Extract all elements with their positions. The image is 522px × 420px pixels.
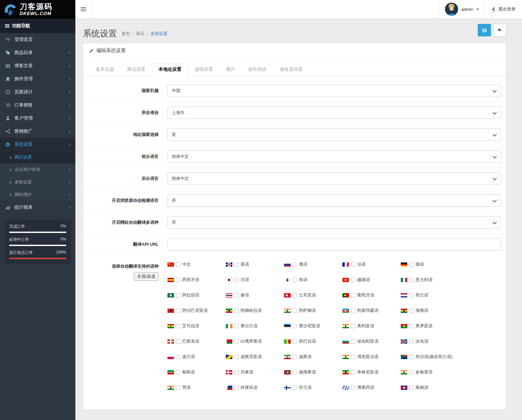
language-checkbox[interactable] <box>176 309 180 313</box>
country-select[interactable]: 中国 <box>167 85 501 97</box>
language-checkbox[interactable] <box>293 386 297 390</box>
selected-value: 简体中文 <box>172 176 189 181</box>
back-button[interactable] <box>493 24 506 36</box>
language-checkbox[interactable] <box>176 386 180 390</box>
language-checkbox[interactable] <box>234 309 239 313</box>
breadcrumb-item[interactable]: 首页 <box>122 31 130 37</box>
save-button[interactable] <box>478 24 491 36</box>
sidebar-item-orders[interactable]: 订单销售› <box>0 99 75 112</box>
language-checkbox[interactable] <box>409 324 414 328</box>
tab-image[interactable]: 图片 <box>220 63 242 76</box>
sidebar-subitem-store-settings[interactable]: »网店设置 <box>0 151 75 163</box>
language-checkbox[interactable] <box>293 324 297 328</box>
tab-localization[interactable]: 本地化设置 <box>152 63 188 76</box>
tab-basic[interactable]: 基本信息 <box>89 63 121 76</box>
language-checkbox[interactable] <box>351 262 355 267</box>
language-checkbox[interactable] <box>234 355 239 359</box>
language-item: 英语 <box>226 261 284 267</box>
language-checkbox[interactable] <box>234 262 239 267</box>
language-item: 巴斯克语 <box>167 338 226 344</box>
province-select[interactable]: 上海市 <box>167 106 501 119</box>
cart-icon <box>5 103 11 108</box>
chevron-right-icon: › <box>68 76 70 82</box>
language-checkbox[interactable] <box>234 278 239 282</box>
language-checkbox[interactable] <box>234 339 239 344</box>
chart-icon <box>5 205 11 210</box>
language-checkbox[interactable] <box>409 386 414 390</box>
sidebar-item-dashboard[interactable]: 管理首页 <box>0 33 75 46</box>
brand-logo[interactable]: 刀客源码 DKEWL.COM <box>0 0 75 19</box>
language-checkbox[interactable] <box>351 370 355 374</box>
sidebar-item-plugins[interactable]: 插件管理› <box>0 72 75 86</box>
language-checkbox[interactable] <box>176 339 180 344</box>
frontend-language-select[interactable]: 简体中文 <box>167 150 501 163</box>
sidebar-subitem-maintenance[interactable]: »网站维护› <box>0 188 75 201</box>
language-checkbox[interactable] <box>293 278 297 282</box>
language-label: 日语 <box>241 277 249 283</box>
desktop-icon <box>5 89 11 95</box>
translate-api-url-input[interactable] <box>167 238 501 251</box>
sidebar-item-system-settings[interactable]: 系统设置› <box>0 138 75 151</box>
browser-detect-language-select[interactable]: 否 <box>167 194 501 207</box>
language-checkbox[interactable] <box>293 370 297 374</box>
sidebar-item-reports[interactable]: 统计报表› <box>0 201 75 214</box>
address-country-select[interactable]: 是 <box>167 128 501 141</box>
sidebar-item-customers[interactable]: 客户管理› <box>0 112 75 125</box>
sidebar-subitem-admin-users[interactable]: »后台用户管理› <box>0 163 75 176</box>
field-control: 中国 <box>167 85 501 97</box>
field-label: 后台语言 <box>83 172 159 185</box>
language-checkbox[interactable] <box>351 355 355 359</box>
language-checkbox[interactable] <box>409 278 414 282</box>
language-checkbox[interactable] <box>234 370 239 374</box>
language-checkbox[interactable] <box>409 293 414 297</box>
tab-server[interactable]: 服务器设置 <box>273 63 309 76</box>
language-checkbox[interactable] <box>409 309 414 313</box>
language-checkbox[interactable] <box>351 309 355 313</box>
language-checkbox[interactable] <box>176 324 180 328</box>
select-all-button[interactable]: 全选/反选 <box>134 272 159 281</box>
language-checkbox[interactable] <box>176 355 180 359</box>
language-checkbox[interactable] <box>293 262 297 267</box>
language-checkbox[interactable] <box>176 293 180 297</box>
logout-button[interactable]: 退出登录 <box>484 0 522 18</box>
flag-icon-om <box>401 324 407 328</box>
language-checkbox[interactable] <box>351 293 355 297</box>
language-checkbox[interactable] <box>409 339 414 344</box>
language-checkbox[interactable] <box>293 309 297 313</box>
language-checkbox[interactable] <box>293 339 297 344</box>
breadcrumb-item[interactable]: 系统设置 <box>150 31 167 37</box>
field-control: 上海市 <box>167 106 501 119</box>
sidebar-toggle-button[interactable] <box>75 0 92 18</box>
user-menu[interactable]: admin <box>439 0 484 18</box>
backend-language-select[interactable]: 简体中文 <box>167 172 501 185</box>
language-checkbox[interactable] <box>234 324 239 328</box>
sidebar-item-page-design[interactable]: 页面设计› <box>0 86 75 99</box>
flag-icon-gh <box>401 309 407 313</box>
breadcrumb-item[interactable]: 商店 <box>136 31 145 37</box>
sidebar-item-blog[interactable]: 博客文章› <box>0 59 75 72</box>
sidebar-subitem-parameters[interactable]: »参数设置› <box>0 176 75 188</box>
language-checkbox[interactable] <box>351 386 355 390</box>
language-checkbox[interactable] <box>176 370 180 374</box>
dashboard-icon <box>5 37 11 42</box>
language-label: 多格里语 <box>416 369 433 375</box>
language-checkbox[interactable] <box>409 370 414 374</box>
language-checkbox[interactable] <box>234 293 239 297</box>
language-checkbox[interactable] <box>293 355 297 359</box>
language-checkbox[interactable] <box>176 262 180 267</box>
tab-store[interactable]: 商店设置 <box>121 63 152 76</box>
language-checkbox[interactable] <box>409 355 414 359</box>
language-label: 菲律宾语 <box>241 385 258 391</box>
language-checkbox[interactable] <box>351 324 355 328</box>
tab-options[interactable]: 选项设置 <box>188 63 220 76</box>
language-checkbox[interactable] <box>293 293 297 297</box>
language-checkbox[interactable] <box>351 339 355 344</box>
language-checkbox[interactable] <box>234 386 239 390</box>
tab-mail[interactable]: 邮件协议 <box>242 63 273 76</box>
sidebar-item-catalog[interactable]: 商品目录› <box>0 46 75 59</box>
language-checkbox[interactable] <box>409 262 414 267</box>
sidebar-item-marketing[interactable]: 营销推广› <box>0 125 75 138</box>
language-checkbox[interactable] <box>351 278 355 282</box>
auto-translate-select[interactable]: 否 <box>167 216 501 229</box>
language-checkbox[interactable] <box>176 278 180 282</box>
